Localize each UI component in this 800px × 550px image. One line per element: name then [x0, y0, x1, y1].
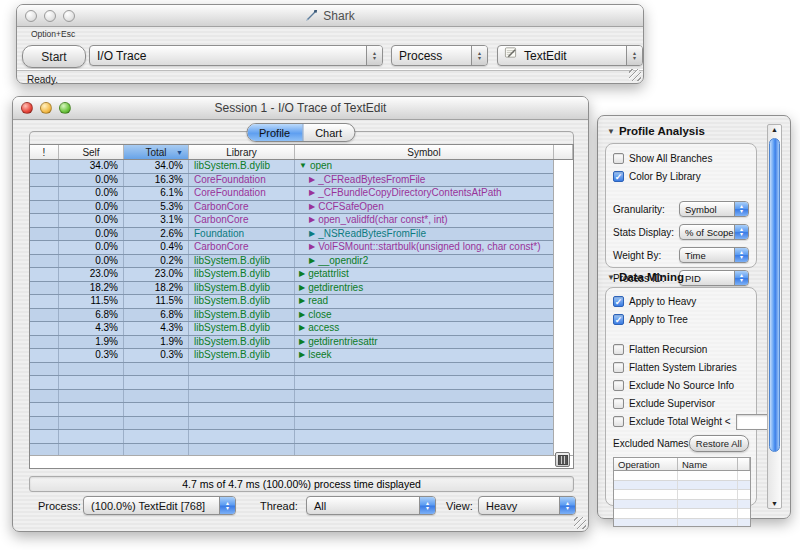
- table-row[interactable]: 0.0%3.1%CarbonCore▶open_validfd(char con…: [30, 214, 553, 228]
- process-id-popup[interactable]: PID▴▾: [679, 270, 749, 286]
- table-row[interactable]: 0.0%16.3%CoreFoundation▶_CFReadBytesFrom…: [30, 174, 553, 188]
- table-row[interactable]: [30, 417, 553, 431]
- table-row[interactable]: 0.0%6.1%CoreFoundation▶_CFBundleCopyDire…: [30, 187, 553, 201]
- disclosure-triangle[interactable]: ▶: [299, 282, 305, 294]
- disclosure-triangle[interactable]: ▶: [309, 174, 315, 186]
- table-row[interactable]: 6.8%6.8%libSystem.B.dylib▶close: [30, 309, 553, 323]
- weight-by-popup[interactable]: Time▴▾: [679, 247, 749, 263]
- table-row[interactable]: [30, 363, 553, 377]
- table-row[interactable]: 11.5%11.5%libSystem.B.dylib▶read: [30, 295, 553, 309]
- zoom-button[interactable]: [63, 10, 75, 22]
- close-button[interactable]: [25, 10, 37, 22]
- disclosure-triangle[interactable]: ▶: [309, 241, 315, 253]
- session-titlebar[interactable]: Session 1 - I/O Trace of TextEdit: [13, 97, 588, 120]
- table-row[interactable]: [30, 444, 553, 456]
- close-button[interactable]: [21, 102, 33, 114]
- disclosure-triangle[interactable]: ▶: [309, 187, 315, 199]
- table-row[interactable]: 1.9%1.9%libSystem.B.dylib▶getdirentriesa…: [30, 336, 553, 350]
- apply-to-heavy-label: Apply to Heavy: [629, 296, 696, 307]
- disclosure-triangle[interactable]: ▶: [299, 336, 305, 348]
- shark-titlebar[interactable]: Shark: [17, 5, 643, 27]
- zoom-button[interactable]: [59, 102, 71, 114]
- disclosure-triangle-icon[interactable]: ▼: [607, 273, 615, 282]
- excluded-column-header-name[interactable]: Name: [678, 458, 738, 470]
- disclosure-triangle[interactable]: ▶: [299, 268, 305, 280]
- total-cell: [124, 444, 189, 456]
- excluded-table-row: [614, 519, 750, 528]
- disclosure-triangle[interactable]: ▶: [299, 349, 305, 361]
- table-row[interactable]: 34.0%34.0%libSystem.B.dylib▼open: [30, 160, 553, 174]
- table-row[interactable]: [30, 390, 553, 404]
- scroll-down-arrow-icon[interactable]: ▼: [768, 500, 781, 507]
- column-options-button[interactable]: [555, 452, 570, 467]
- footer-process-popup[interactable]: (100.0%) TextEdit [768] ▴▾: [83, 496, 236, 515]
- column-header-alert[interactable]: !: [30, 145, 59, 159]
- profile-analysis-header[interactable]: ▼ Profile Analysis: [607, 125, 705, 137]
- start-button[interactable]: Start: [22, 45, 86, 68]
- apply-to-heavy-checkbox[interactable]: ✓: [613, 296, 624, 307]
- scroll-up-arrow-icon[interactable]: ▲: [768, 126, 781, 133]
- disclosure-triangle[interactable]: ▶: [299, 309, 305, 321]
- disclosure-triangle[interactable]: ▶: [299, 322, 305, 334]
- horizontal-scrollbar[interactable]: [30, 455, 573, 468]
- granularity-popup[interactable]: Symbol▴▾: [679, 201, 749, 217]
- scrollbar-thumb[interactable]: [769, 138, 780, 452]
- alert-cell: [30, 336, 59, 349]
- table-row[interactable]: 0.0%0.4%CarbonCore▶VolFSMount::startbulk…: [30, 241, 553, 255]
- self-cell: 0.0%: [59, 187, 124, 200]
- data-mining-header[interactable]: ▼ Data Mining: [607, 271, 684, 283]
- textedit-app-icon: [504, 46, 517, 59]
- table-row[interactable]: 4.3%4.3%libSystem.B.dylib▶access: [30, 322, 553, 336]
- table-row[interactable]: [30, 376, 553, 390]
- table-row[interactable]: 23.0%23.0%libSystem.B.dylib▶getattrlist: [30, 268, 553, 282]
- tab-profile[interactable]: Profile: [247, 124, 303, 141]
- symbol-name: CCFSafeOpen: [318, 201, 384, 213]
- apply-to-tree-checkbox[interactable]: ✓: [613, 314, 624, 325]
- flatten-system-libraries-checkbox[interactable]: [613, 362, 624, 373]
- minimize-button[interactable]: [40, 102, 52, 114]
- table-row[interactable]: 0.0%5.3%CarbonCore▶CCFSafeOpen: [30, 201, 553, 215]
- tab-chart[interactable]: Chart: [303, 124, 354, 141]
- resize-grip[interactable]: [574, 517, 586, 529]
- exclude-no-source-info-checkbox[interactable]: [613, 380, 624, 391]
- exclude-supervisor-checkbox[interactable]: [613, 398, 624, 409]
- footer-view-popup[interactable]: Heavy ▴▾: [478, 496, 576, 515]
- column-header-self[interactable]: Self: [59, 145, 124, 159]
- disclosure-triangle-icon[interactable]: ▼: [607, 127, 615, 136]
- drawer-scrollbar[interactable]: ▲ ▼: [767, 124, 782, 509]
- process-popup[interactable]: TextEdit ▴▾: [497, 45, 643, 66]
- checkbox-row: ✓Color By Library: [613, 170, 749, 183]
- disclosure-triangle[interactable]: ▶: [309, 255, 315, 267]
- show-all-branches-checkbox[interactable]: [613, 153, 624, 164]
- disclosure-triangle[interactable]: ▶: [309, 228, 315, 240]
- minimize-button[interactable]: [44, 10, 56, 22]
- disclosure-triangle[interactable]: ▼: [299, 160, 307, 172]
- disclosure-triangle[interactable]: ▶: [309, 201, 315, 213]
- table-row[interactable]: [30, 430, 553, 444]
- flatten-recursion-checkbox[interactable]: [613, 344, 624, 355]
- table-row[interactable]: 0.0%0.2%libSystem.B.dylib▶__opendir2: [30, 255, 553, 269]
- target-type-popup[interactable]: Process ▴▾: [391, 45, 488, 66]
- table-row[interactable]: 18.2%18.2%libSystem.B.dylib▶getdirentrie…: [30, 282, 553, 296]
- column-header-library[interactable]: Library: [189, 145, 295, 159]
- table-row[interactable]: 0.3%0.3%libSystem.B.dylib▶lseek: [30, 349, 553, 363]
- total-cell: [124, 403, 189, 416]
- resize-grip[interactable]: [629, 69, 641, 81]
- stats-display-popup[interactable]: % of Scope▴▾: [679, 224, 749, 240]
- column-header-symbol[interactable]: Symbol: [295, 145, 554, 159]
- table-row[interactable]: [30, 403, 553, 417]
- config-popup[interactable]: I/O Trace ▴▾: [89, 45, 383, 66]
- column-header-total[interactable]: Total▼: [124, 145, 189, 159]
- footer-thread-popup[interactable]: All ▴▾: [306, 496, 436, 515]
- vertical-scrollbar[interactable]: [553, 160, 573, 455]
- exclude-total-weight-checkbox[interactable]: [613, 416, 624, 427]
- total-cell: 4.3%: [124, 322, 189, 335]
- disclosure-triangle[interactable]: ▶: [299, 295, 305, 307]
- color-by-library-checkbox[interactable]: ✓: [613, 171, 624, 182]
- disclosure-triangle[interactable]: ▶: [309, 214, 315, 226]
- restore-all-button[interactable]: Restore All: [689, 435, 749, 452]
- excluded-column-header-operation[interactable]: Operation: [614, 458, 678, 470]
- table-row[interactable]: 0.0%2.6%Foundation▶_NSReadBytesFromFile: [30, 228, 553, 242]
- view-tab-control: Profile Chart: [246, 123, 355, 142]
- column-header-corner: [554, 145, 573, 159]
